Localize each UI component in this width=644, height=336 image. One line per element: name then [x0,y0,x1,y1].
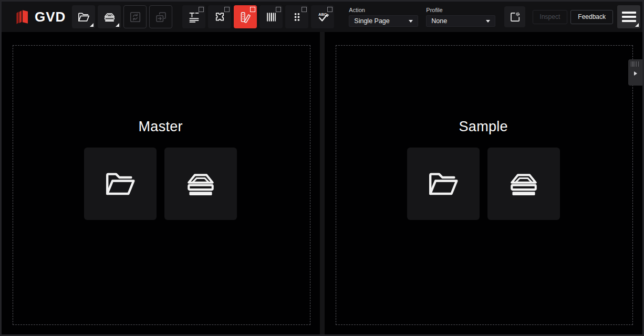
sample-scan-tile[interactable] [487,148,560,220]
file-actions-group [72,5,172,28]
main-content: Master Sample [2,32,642,334]
scan-button[interactable] [98,5,121,28]
braille-compare-toggle[interactable] [285,5,308,28]
sample-panel-title: Sample [459,119,508,135]
master-panel: Master [2,32,320,334]
page-gear-icon [508,10,522,24]
master-open-file-tile[interactable] [84,148,157,220]
chevron-down-icon [486,20,490,23]
panel-divider [320,32,325,334]
master-panel-title: Master [139,119,183,135]
inspect-button[interactable]: Inspect [533,10,568,24]
scanner-icon [182,165,219,202]
toolbar: GVD [2,2,642,32]
hamburger-menu-icon [622,12,636,14]
profile-select-value: None [431,17,486,25]
chevron-down-icon [409,20,413,23]
braille-compare-checkbox[interactable] [302,7,307,12]
scanner-icon [102,10,117,24]
feedback-button[interactable]: Feedback [570,10,613,24]
sample-panel: Sample [325,32,643,334]
master-source-tiles [84,148,237,220]
spellcheck-toggle[interactable]: ABC [311,5,334,28]
die-cut-compare-toggle[interactable] [208,5,231,28]
sample-open-file-tile[interactable] [407,148,480,220]
expand-panel-arrow-icon [634,71,637,76]
barcode-compare-toggle[interactable] [259,5,283,28]
die-cut-compare-checkbox[interactable] [224,7,230,12]
text-compare-toggle[interactable] [182,5,205,28]
menu-button[interactable] [617,5,640,28]
folder-open-icon [102,165,139,202]
sample-source-tiles [407,148,560,220]
folder-open-icon [425,165,462,202]
sync-icon [128,10,142,24]
brand-name: GVD [35,9,66,25]
master-scan-tile[interactable] [164,148,237,220]
text-compare-checkbox[interactable] [199,7,204,12]
scanner-icon [505,165,542,202]
sync-button[interactable] [123,5,147,28]
open-file-button[interactable] [72,5,95,28]
grip-texture [631,61,640,67]
app-window: GVD [0,0,644,336]
color-compare-checkbox[interactable] [250,7,255,12]
action-label: Action [349,7,418,13]
profile-label: Profile [426,7,495,13]
action-select[interactable]: Single Page [349,15,418,27]
folder-open-icon [77,10,91,24]
profile-settings-button[interactable] [504,6,525,27]
action-field: Action Single Page [349,7,418,27]
profile-field: Profile None [426,7,495,27]
gvd-logo-icon [14,8,30,26]
profile-select[interactable]: None [426,15,495,27]
flyout-handle[interactable] [628,59,642,86]
duplicate-page-button[interactable] [149,5,172,28]
color-compare-toggle[interactable] [234,5,257,28]
brand: GVD [14,8,66,26]
action-select-value: Single Page [354,17,409,25]
comparison-modes-group: ABC [182,5,334,28]
barcode-compare-checkbox[interactable] [276,7,281,12]
duplicate-page-icon [154,10,168,24]
spellcheck-checkbox[interactable] [327,7,333,12]
